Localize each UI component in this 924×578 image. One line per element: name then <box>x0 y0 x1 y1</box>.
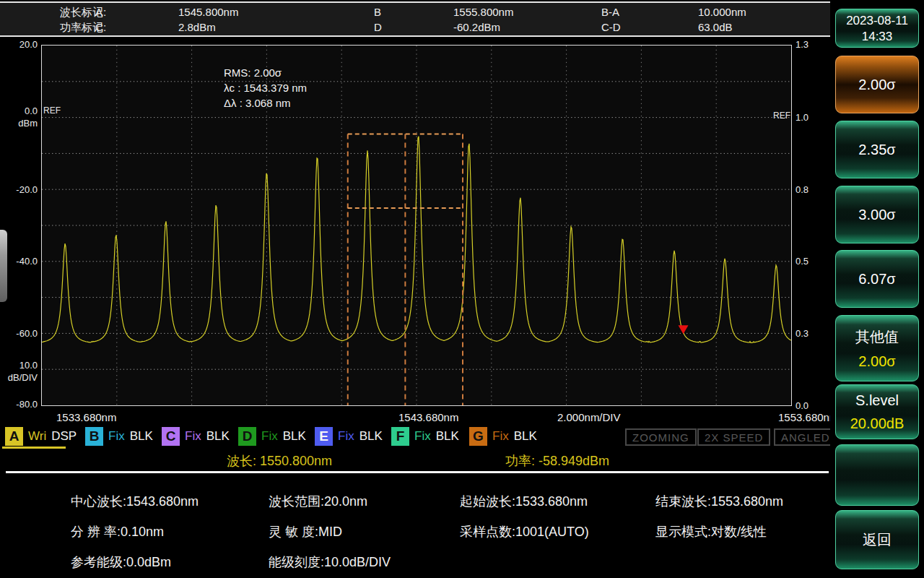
softkey-2.00-sigma[interactable]: 2.00σ <box>835 56 919 113</box>
marker-b-name: B <box>374 6 381 18</box>
marker-d-value: -60.2dBm <box>453 21 500 33</box>
y2-tick-0_3: 0.3 <box>796 328 824 339</box>
setting-display-mode: 显示模式:对数/线性 <box>655 523 767 540</box>
softkey-label: 返回 <box>863 530 892 550</box>
setting-ref-level: 参考能级:0.0dBm <box>71 553 171 571</box>
trace-mode: Fix <box>261 429 278 444</box>
annotation-delta-lambda: Δλ : 3.068 nm <box>224 95 307 111</box>
softkey-label: 其他值 <box>855 327 899 347</box>
y-tick-m40: -40.0 <box>0 256 38 267</box>
trace-mode: Fix <box>185 429 201 444</box>
trace-d-selector[interactable]: D Fix BLK <box>238 427 306 446</box>
softkey-blank[interactable] <box>835 444 919 506</box>
marker-c-value: 2.8dBm <box>178 21 216 33</box>
spectrum-plot-area[interactable] <box>41 45 792 406</box>
softkey-6.07-sigma[interactable]: 6.07σ <box>835 250 919 308</box>
y-scale-value: 10.0 <box>0 360 38 371</box>
rms-analysis-annotation: RMS: 2.00σ λc : 1543.379 nm Δλ : 3.068 n… <box>224 65 307 111</box>
softkey-label: 2.35σ <box>858 142 895 158</box>
marker-ba-name: B-A <box>601 6 619 18</box>
setting-center-wavelength: 中心波长:1543.680nm <box>71 493 199 510</box>
marker-a-value: 1545.800nm <box>178 6 238 18</box>
trace-mode: Fix <box>414 429 431 444</box>
trace-f-selector[interactable]: F Fix BLK <box>391 427 459 446</box>
power-readout-label: 功率: <box>505 454 535 468</box>
zooming-indicator: ZOOMING <box>625 428 697 446</box>
softkey-label: S.level <box>855 392 899 409</box>
trace-b-selector[interactable]: B Fix BLK <box>85 427 153 446</box>
setting-span: 波长范围:20.0nm <box>269 493 367 510</box>
softkey-2.35-sigma[interactable]: 2.35σ <box>835 121 919 178</box>
trace-b-badge: B <box>85 427 103 446</box>
trace-e-badge: E <box>315 427 333 446</box>
softkey-label: 6.07σ <box>858 271 895 288</box>
trace-status: BLK <box>436 429 459 444</box>
trace-a-selector[interactable]: A Wri DSP <box>5 427 77 446</box>
active-trace-underline <box>2 447 66 449</box>
y2-tick-1_3: 1.3 <box>796 39 824 50</box>
trace-f-badge: F <box>391 427 409 446</box>
softkey-value: 20.00dB <box>850 415 905 432</box>
wavelength-readout-label: 波长: <box>227 454 256 468</box>
marker-b-value: 1555.800nm <box>453 6 513 18</box>
softkey-back[interactable]: 返回 <box>835 510 919 569</box>
y2-tick-1_0: 1.0 <box>796 112 824 123</box>
marker-a-name: A <box>95 6 103 18</box>
trace-status: BLK <box>514 429 537 444</box>
softkey-s-level[interactable]: S.level 20.00dB <box>835 384 919 439</box>
trace-mode: Fix <box>338 429 354 444</box>
trace-status: BLK <box>206 429 230 444</box>
x-div-label: 2.000nm/DIV <box>557 411 621 423</box>
trace-status: BLK <box>359 429 383 444</box>
softkey-3.00-sigma[interactable]: 3.00σ <box>835 186 919 243</box>
marker-d-name: D <box>374 21 382 33</box>
wavelength-readout-value: 1550.800nm <box>260 454 332 468</box>
trace-d-badge: D <box>238 427 256 446</box>
marker-cd-value: 63.0dB <box>698 21 733 33</box>
power-readout-value: -58.949dBm <box>539 454 609 468</box>
softkey-label: 2.00σ <box>858 77 895 93</box>
trace-status: DSP <box>51 429 77 444</box>
x-start-label: 1533.680nm <box>56 411 116 423</box>
y2-tick-0_5: 0.5 <box>796 256 824 267</box>
y-unit-dbm: dBm <box>0 118 38 129</box>
marker-wavelength-readout: 波长: 1550.800nm <box>227 452 332 470</box>
softkey-label: 3.00σ <box>858 207 895 223</box>
trace-g-badge: G <box>469 427 487 446</box>
trace-a-badge: A <box>5 427 23 446</box>
y2-tick-0_8: 0.8 <box>796 184 824 195</box>
setting-level-scale: 能级刻度:10.0dB/DIV <box>269 553 391 571</box>
trace-g-selector[interactable]: G Fix BLK <box>469 427 537 446</box>
trace-c-selector[interactable]: C Fix BLK <box>162 427 230 446</box>
y-tick-m80: -80.0 <box>0 399 38 410</box>
softkey-value: 2.00σ <box>858 353 895 370</box>
marker-header: 波长标记: A 1545.800nm B 1555.800nm B-A 10.0… <box>0 1 830 37</box>
softkey-sidebar: 2023-08-11 14:33 2.00σ 2.35σ 3.00σ 6.07σ… <box>830 0 924 578</box>
y-tick-m20: -20.0 <box>0 184 38 195</box>
x-end-label: 1553.680nm <box>778 411 838 423</box>
spectrum-trace-canvas <box>42 46 791 405</box>
x-center-label: 1543.680nm <box>398 411 458 423</box>
osa-screen: 波长标记: A 1545.800nm B 1555.800nm B-A 10.0… <box>0 0 924 578</box>
angled-indicator: ANGLED <box>774 428 837 446</box>
trace-mode: Fix <box>108 429 125 444</box>
trace-c-badge: C <box>162 427 180 446</box>
power-marker-row: 功率标记: C 2.8dBm D -60.2dBm C-D 63.0dB <box>0 21 830 35</box>
2x-speed-indicator: 2X SPEED <box>697 428 770 446</box>
datetime-button[interactable]: 2023-08-11 14:33 <box>835 9 919 48</box>
annotation-lambda-c: λc : 1543.379 nm <box>224 80 307 95</box>
wavelength-marker-row: 波长标记: A 1545.800nm B 1555.800nm B-A 10.0… <box>0 6 830 20</box>
y-tick-20: 20.0 <box>0 39 38 50</box>
softkey-other-value[interactable]: 其他值 2.00σ <box>835 315 919 381</box>
setting-sample-points: 采样点数:1001(AUTO) <box>460 523 589 540</box>
setting-stop-wavelength: 结束波长:1553.680nm <box>655 493 783 510</box>
setting-resolution: 分 辨 率:0.10nm <box>71 523 164 540</box>
trace-e-selector[interactable]: E Fix BLK <box>315 427 383 446</box>
trace-mode: Wri <box>28 429 46 444</box>
ref-label-left: REF <box>43 105 61 116</box>
setting-start-wavelength: 起始波长:1533.680nm <box>460 493 588 510</box>
y-tick-0: 0.0 <box>0 105 38 116</box>
marker-c-name: C <box>95 21 103 33</box>
y-scale-unit: dB/DIV <box>0 372 38 383</box>
annotation-rms: RMS: 2.00σ <box>224 65 307 80</box>
